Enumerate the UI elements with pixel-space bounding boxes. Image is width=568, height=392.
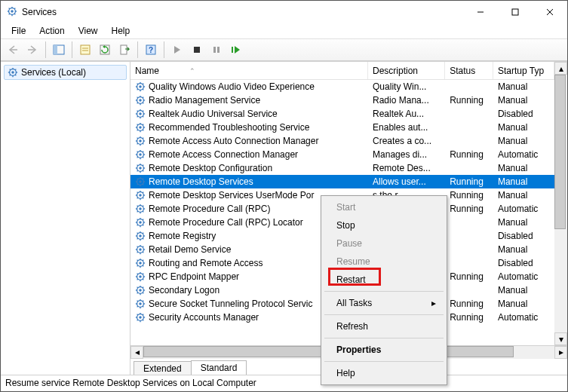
stop-service-button[interactable] xyxy=(188,41,206,59)
service-row[interactable]: Remote Desktop ServicesAllows user...Run… xyxy=(130,175,554,188)
list-header[interactable]: Name⌃ Description Status Startup Typ xyxy=(130,62,554,80)
help-button[interactable]: ? xyxy=(142,41,160,59)
show-hide-tree-button[interactable] xyxy=(50,41,68,59)
svg-rect-18 xyxy=(81,45,90,54)
service-icon xyxy=(135,109,146,119)
service-row[interactable]: Remote Access Connection ManagerManages … xyxy=(130,148,554,161)
scroll-right-arrow[interactable]: ▸ xyxy=(554,346,567,359)
status-bar: Resume service Remote Desktop Services o… xyxy=(1,375,567,391)
vertical-scrollbar[interactable]: ▴ ▾ xyxy=(554,62,567,345)
service-status xyxy=(445,289,493,291)
menu-action[interactable]: Action xyxy=(33,24,70,38)
ctx-help[interactable]: Help xyxy=(323,364,445,382)
titlebar[interactable]: Services xyxy=(1,1,567,23)
service-startup: Disabled xyxy=(493,108,554,120)
toolbar: ? xyxy=(1,38,567,61)
col-name[interactable]: Name⌃ xyxy=(130,62,368,79)
scroll-left-arrow[interactable]: ◂ xyxy=(130,346,143,359)
submenu-arrow-icon: ▸ xyxy=(431,298,436,308)
service-startup: Manual xyxy=(493,81,554,93)
service-name: Secondary Logon xyxy=(149,285,220,296)
service-startup: Automatic xyxy=(493,203,554,215)
service-startup: Automatic xyxy=(493,149,554,161)
scroll-down-arrow[interactable]: ▾ xyxy=(554,332,567,345)
service-icon xyxy=(135,190,146,201)
service-icon xyxy=(135,136,146,146)
ctx-refresh[interactable]: Refresh xyxy=(323,317,445,335)
forward-button[interactable] xyxy=(23,41,41,59)
menu-help[interactable]: Help xyxy=(106,24,137,38)
ctx-pause: Pause xyxy=(323,234,445,253)
service-icon xyxy=(135,299,146,309)
tab-extended[interactable]: Extended xyxy=(134,361,192,375)
svg-rect-28 xyxy=(232,47,233,53)
service-name: Remote Desktop Services UserMode Por xyxy=(149,190,314,201)
service-row[interactable]: Remote Access Auto Connection ManagerCre… xyxy=(130,134,554,148)
close-button[interactable] xyxy=(533,1,567,23)
console-tree[interactable]: Services (Local) xyxy=(1,62,130,375)
svg-rect-27 xyxy=(217,47,220,53)
service-icon xyxy=(135,95,146,106)
service-status: Running xyxy=(445,176,493,188)
col-startup-type[interactable]: Startup Typ xyxy=(493,62,554,79)
service-startup: Automatic xyxy=(493,271,554,283)
col-description[interactable]: Description xyxy=(368,62,445,79)
tree-services-local[interactable]: Services (Local) xyxy=(4,65,127,80)
scroll-up-arrow[interactable]: ▴ xyxy=(554,62,567,75)
tab-standard[interactable]: Standard xyxy=(191,360,247,375)
start-service-button[interactable] xyxy=(168,41,186,59)
service-name: RPC Endpoint Mapper xyxy=(149,271,239,282)
ctx-properties[interactable]: Properties xyxy=(323,341,445,359)
tree-label: Services (Local) xyxy=(21,67,86,78)
ctx-stop[interactable]: Stop xyxy=(323,216,445,234)
service-startup: Manual xyxy=(493,189,554,201)
services-icon xyxy=(8,67,18,78)
service-startup: Manual xyxy=(493,284,554,296)
service-status: Running xyxy=(445,311,493,323)
service-name: Remote Desktop Configuration xyxy=(149,163,272,173)
service-startup: Manual xyxy=(493,176,554,188)
service-icon xyxy=(135,149,146,160)
service-icon xyxy=(135,231,146,241)
col-status[interactable]: Status xyxy=(445,62,493,79)
service-row[interactable]: Radio Management ServiceRadio Mana...Run… xyxy=(130,93,554,107)
service-status xyxy=(445,127,493,128)
service-name: Retail Demo Service xyxy=(149,244,231,255)
vscroll-thumb[interactable] xyxy=(554,75,566,229)
service-status xyxy=(445,262,493,264)
svg-rect-26 xyxy=(213,47,216,53)
maximize-button[interactable] xyxy=(498,1,533,23)
minimize-button[interactable] xyxy=(463,1,498,23)
service-description: Realtek Au... xyxy=(368,108,445,120)
service-name: Routing and Remote Access xyxy=(149,258,263,268)
service-description: Allows user... xyxy=(368,176,445,188)
service-row[interactable]: Quality Windows Audio Video ExperienceQu… xyxy=(130,80,554,93)
context-menu: Start Stop Pause Resume Restart All Task… xyxy=(321,195,447,385)
back-button[interactable] xyxy=(4,41,22,59)
pause-service-button[interactable] xyxy=(207,41,226,59)
service-status xyxy=(445,140,493,142)
sort-ascending-icon: ⌃ xyxy=(189,67,195,75)
service-icon xyxy=(135,122,146,133)
export-button[interactable] xyxy=(115,41,134,59)
service-icon xyxy=(135,163,146,173)
service-description: Quality Win... xyxy=(368,81,445,93)
properties-button[interactable] xyxy=(76,41,94,59)
service-row[interactable]: Realtek Audio Universal ServiceRealtek A… xyxy=(130,107,554,121)
service-startup: Disabled xyxy=(493,257,554,269)
restart-service-button[interactable] xyxy=(227,41,245,59)
menu-view[interactable]: View xyxy=(72,24,104,38)
service-icon xyxy=(135,258,146,268)
ctx-restart[interactable]: Restart xyxy=(323,271,445,289)
ctx-resume: Resume xyxy=(323,253,445,271)
app-icon xyxy=(7,6,17,19)
service-icon xyxy=(135,176,146,187)
menu-file[interactable]: File xyxy=(5,24,32,38)
service-name: Remote Access Connection Manager xyxy=(149,149,298,160)
refresh-button[interactable] xyxy=(96,41,114,59)
service-name: Remote Registry xyxy=(149,231,216,241)
service-row[interactable]: Remote Desktop ConfigurationRemote Des..… xyxy=(130,161,554,175)
svg-rect-22 xyxy=(121,45,127,54)
ctx-all-tasks[interactable]: All Tasks▸ xyxy=(323,294,445,312)
service-row[interactable]: Recommended Troubleshooting ServiceEnabl… xyxy=(130,121,554,134)
